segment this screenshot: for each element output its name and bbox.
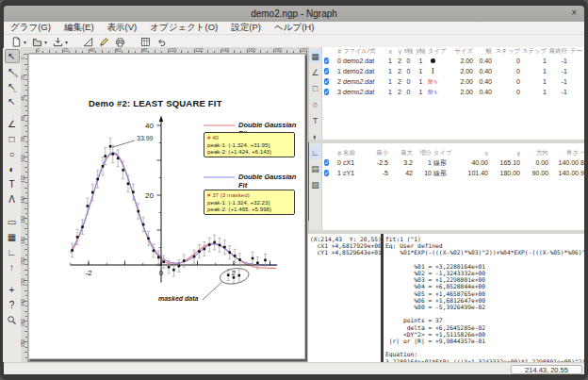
open-icon bbox=[32, 37, 42, 47]
file-row[interactable]: ✓2demo2.dat1201fit∿2.000.4001-1 bbox=[322, 76, 584, 87]
axis-list[interactable]: #名前最小最大増分タイプxy方向長さヘ✓0cX1-2.53.21線形40.001… bbox=[322, 143, 584, 230]
data-point bbox=[102, 165, 105, 168]
file-row[interactable]: ✓0demo2.dat12012.000.4001-1 bbox=[322, 56, 584, 66]
ruler-tick bbox=[25, 337, 27, 338]
header-cell: 最終行 bbox=[548, 47, 569, 56]
cell-len: 140.00 bbox=[550, 170, 580, 176]
section-graph-tool[interactable]: ▦ bbox=[5, 230, 20, 244]
ngraph-window: demo2.ngp - Ngraph × グラフ(G)編集(E)表示(V)オブジ… bbox=[0, 0, 588, 380]
arc-tool[interactable]: ○ bbox=[5, 147, 20, 161]
merge-list-icon: ▤ bbox=[311, 164, 319, 173]
evaluate-tool[interactable]: ? bbox=[5, 298, 20, 312]
cell-max: 42 bbox=[390, 170, 415, 176]
save-graph-button[interactable]: ▾ bbox=[51, 35, 70, 48]
undo-button[interactable] bbox=[155, 35, 169, 48]
data-list-tab[interactable]: ▦ bbox=[309, 49, 321, 63]
text-tool[interactable]: T bbox=[5, 177, 20, 191]
mark-tool[interactable]: ◐ bbox=[5, 162, 20, 176]
row-checkbox[interactable]: ✓ bbox=[322, 58, 334, 65]
titlebar[interactable]: demo2.ngp - Ngraph × bbox=[4, 6, 584, 22]
parameter-list-tab[interactable]: ▨ bbox=[309, 177, 321, 191]
single-axis-tool[interactable]: ↑ bbox=[5, 260, 20, 274]
graph-canvas[interactable]: 020406080100120140160180200 020406080100… bbox=[21, 47, 307, 362]
ruler-tick bbox=[24, 188, 27, 189]
dropdown-caret-icon[interactable]: ▾ bbox=[65, 39, 68, 45]
axis-scale-button[interactable] bbox=[81, 35, 95, 48]
pointer-tool[interactable]: ↖ bbox=[5, 49, 20, 63]
load-graph-button[interactable]: ▾ bbox=[30, 35, 49, 48]
data-point bbox=[183, 259, 186, 262]
line-tool[interactable]: ∠ bbox=[5, 117, 20, 131]
file-row[interactable]: ✓3demo2.dat1201fit∿2.000.4001-1 bbox=[322, 87, 584, 97]
row-checkbox[interactable]: ✓ bbox=[322, 159, 334, 167]
cell-skip: 0 bbox=[494, 58, 522, 64]
menu-edit[interactable]: 編集(E) bbox=[57, 22, 101, 34]
ruler-label: 80 bbox=[142, 47, 148, 53]
data-file-list[interactable]: #ファイル/式xyx軸y軸タイプサイズ幅スキップステップ最終行デー✓0demo2… bbox=[322, 47, 584, 140]
legend-pointer-tool[interactable]: ↖∿ bbox=[5, 64, 20, 78]
axis-pointer-tool[interactable]: ↖∟ bbox=[5, 79, 20, 93]
menu-graph[interactable]: グラフ(G) bbox=[4, 22, 57, 34]
path-list-tab[interactable]: ∠ bbox=[309, 65, 321, 79]
doc-icon bbox=[11, 37, 22, 47]
checkbox-icon: ✓ bbox=[324, 68, 329, 74]
ruler-label: 160 bbox=[21, 216, 25, 223]
cell-size: 2.00 bbox=[452, 68, 475, 74]
ruler-tick bbox=[25, 110, 27, 111]
ruler-label: 20 bbox=[63, 47, 69, 53]
cell-inc: 10 bbox=[415, 170, 433, 176]
arc-list-tab[interactable]: ○ bbox=[309, 97, 321, 111]
row-checkbox[interactable]: ✓ bbox=[322, 78, 334, 86]
text-list-tab[interactable]: T bbox=[309, 113, 321, 127]
data-point bbox=[193, 256, 196, 258]
row-checkbox[interactable]: ✓ bbox=[322, 68, 334, 75]
draw-button[interactable] bbox=[97, 35, 111, 48]
graph-paper[interactable]: -2022040 Demo #2: LEAST SQUARE FIT Doubl… bbox=[28, 54, 305, 359]
dropdown-caret-icon[interactable]: ▾ bbox=[44, 39, 47, 45]
cell-last: -1 bbox=[548, 89, 569, 95]
ruler-tick bbox=[293, 51, 294, 53]
header-cell: タイプ bbox=[428, 47, 452, 56]
data-point bbox=[237, 274, 240, 277]
axis-row[interactable]: ✓0cX1-2.53.21線形40.00165.100.00140.008 bbox=[322, 157, 584, 168]
dropdown-caret-icon[interactable]: ▾ bbox=[24, 39, 26, 45]
ruler-tick bbox=[25, 172, 27, 173]
print-button[interactable] bbox=[113, 35, 127, 48]
data-point bbox=[172, 269, 175, 272]
ruler-tick bbox=[24, 106, 27, 107]
data-read-tool[interactable]: + bbox=[5, 283, 20, 297]
new-graph-button[interactable]: ▾ bbox=[9, 35, 28, 48]
row-checkbox[interactable]: ✓ bbox=[322, 170, 334, 177]
gauss-tool[interactable]: Λ bbox=[5, 192, 20, 207]
ruler-tick bbox=[25, 161, 27, 162]
ruler-tick bbox=[25, 306, 27, 306]
frame-graph-tool[interactable]: ▭ bbox=[5, 215, 20, 229]
cross-graph-tool[interactable]: ∟ bbox=[5, 245, 20, 259]
ruler-tick bbox=[25, 203, 27, 204]
math-button[interactable] bbox=[139, 35, 153, 48]
row-checkbox[interactable]: ✓ bbox=[322, 89, 334, 96]
ruler-tick bbox=[24, 290, 27, 291]
menu-help[interactable]: ヘルプ(H) bbox=[268, 22, 320, 34]
merge-list-tab[interactable]: ▤ bbox=[309, 161, 321, 175]
data-point bbox=[137, 210, 139, 213]
draft-icon bbox=[83, 37, 93, 47]
legend-box-fit1: # 40 peak-1: (-1.324, +31.95) peak-2: (+… bbox=[204, 132, 295, 157]
menu-object[interactable]: オブジェクト(O) bbox=[143, 22, 224, 34]
rectangle-tool[interactable]: □ bbox=[5, 132, 20, 146]
menu-view[interactable]: 表示(V) bbox=[101, 22, 144, 34]
checkbox-icon: ✓ bbox=[324, 89, 329, 95]
cross-graph-icon: ∟ bbox=[8, 247, 17, 257]
data-point bbox=[233, 276, 236, 279]
rectangle-list-tab[interactable]: □ bbox=[309, 81, 321, 95]
axis-list-tab[interactable]: ∟ bbox=[309, 145, 321, 159]
axis-row[interactable]: ✓1cY1-54210線形101.40180.0090.00140.009 bbox=[322, 168, 584, 178]
close-button[interactable]: × bbox=[571, 8, 577, 18]
file-row[interactable]: ✓1demo2.dat1201I2.000.4001-1 bbox=[322, 66, 584, 76]
checkbox-icon: ✓ bbox=[324, 170, 329, 176]
zoom-tool[interactable] bbox=[5, 313, 20, 327]
cell-num: 2 bbox=[334, 78, 343, 85]
menu-settings[interactable]: 設定(P) bbox=[224, 22, 268, 34]
data-pointer-tool[interactable]: ↖· bbox=[5, 94, 20, 108]
ruler-label: 100 bbox=[169, 47, 176, 53]
